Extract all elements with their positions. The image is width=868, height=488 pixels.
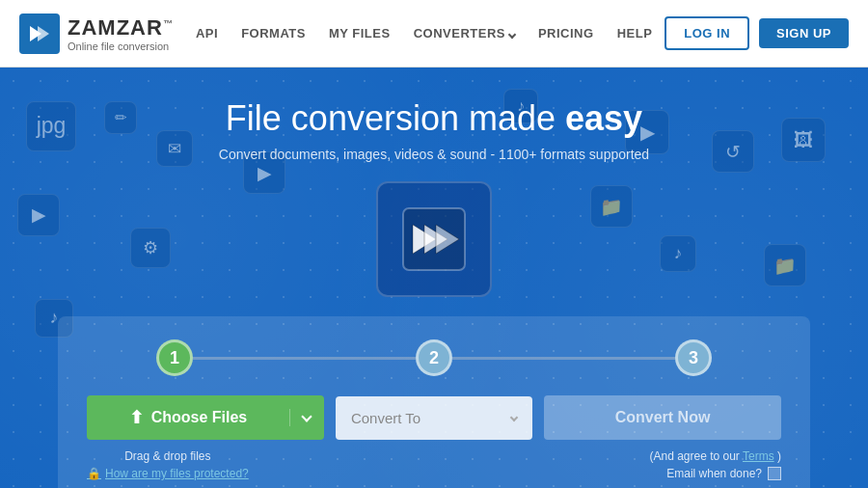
step-2: 2 xyxy=(416,339,452,376)
form-controls: ⬆ Choose Files Convert To Convert Now xyxy=(87,395,781,440)
convert-to-chevron-icon xyxy=(510,414,518,421)
lock-icon: 🔒 xyxy=(87,467,101,480)
nav-converters[interactable]: CONVERTERS xyxy=(414,26,515,41)
step-3: 3 xyxy=(675,339,712,376)
step-connector-2-3 xyxy=(452,357,675,360)
signup-button[interactable]: SIGN UP xyxy=(759,18,849,48)
steps-row: 1 2 3 xyxy=(87,339,781,376)
step-2-circle: 2 xyxy=(416,339,452,376)
form-info-left: Drag & drop files 🔒 How are my files pro… xyxy=(87,449,249,480)
nav-api[interactable]: API xyxy=(196,26,218,41)
zamzar-logo-icon xyxy=(19,14,60,54)
step-connector-1-2 xyxy=(193,357,416,360)
form-info: Drag & drop files 🔒 How are my files pro… xyxy=(87,449,781,480)
convert-to-select[interactable]: Convert To xyxy=(336,396,532,440)
logo-name: ZAMZAR™ xyxy=(68,15,174,41)
chevron-down-icon xyxy=(302,411,312,421)
nav-formats[interactable]: FORMATS xyxy=(241,26,306,41)
step-1-circle: 1 xyxy=(156,339,193,376)
form-info-right: (And agree to our Terms ) Email when don… xyxy=(649,449,781,480)
main-nav: API FORMATS MY FILES CONVERTERS PRICING … xyxy=(183,26,665,41)
email-when-done-label: Email when done? xyxy=(666,467,762,480)
email-checkbox-row: Email when done? xyxy=(666,467,781,480)
logo-area: ZAMZAR™ Online file conversion xyxy=(19,14,183,54)
choose-files-label: Choose Files xyxy=(151,409,248,426)
step-1: 1 xyxy=(156,339,193,376)
email-checkbox[interactable] xyxy=(768,467,781,480)
svg-marker-1 xyxy=(38,26,49,41)
hero-title: File conversion made easy xyxy=(0,98,868,139)
header-buttons: LOG IN SIGN UP xyxy=(665,16,849,50)
convert-to-label: Convert To xyxy=(351,410,420,426)
steps-container: 1 2 3 xyxy=(156,339,712,376)
center-logo xyxy=(376,181,492,297)
choose-files-main[interactable]: ⬆ Choose Files xyxy=(87,407,289,428)
logo-subtitle: Online file conversion xyxy=(68,41,174,52)
login-button[interactable]: LOG IN xyxy=(665,16,749,50)
header: ZAMZAR™ Online file conversion API FORMA… xyxy=(0,0,868,68)
drag-drop-text: Drag & drop files xyxy=(87,449,249,463)
terms-link[interactable]: Terms xyxy=(743,449,774,463)
choose-files-button[interactable]: ⬆ Choose Files xyxy=(87,395,324,440)
nav-my-files[interactable]: MY FILES xyxy=(329,26,391,41)
step-3-circle: 3 xyxy=(675,339,712,376)
nav-help[interactable]: HELP xyxy=(617,26,653,41)
converters-chevron-icon xyxy=(509,26,515,41)
terms-text: (And agree to our Terms ) xyxy=(649,449,781,463)
choose-files-dropdown[interactable] xyxy=(289,409,324,426)
hero-section: File conversion made easy Convert docume… xyxy=(0,68,868,297)
conversion-form: 1 2 3 xyxy=(58,316,810,488)
hero-subtitle: Convert documents, images, videos & soun… xyxy=(0,147,868,162)
upload-icon: ⬆ xyxy=(129,407,144,428)
main-area: jpg▶♪✉⚙▶♪▶📁↺♪🖼📁✏ File conversion made ea… xyxy=(0,68,868,488)
file-protection-link[interactable]: 🔒 How are my files protected? xyxy=(87,467,249,480)
logo-text: ZAMZAR™ Online file conversion xyxy=(68,15,174,52)
nav-pricing[interactable]: PRICING xyxy=(538,26,594,41)
convert-now-button[interactable]: Convert Now xyxy=(544,395,781,440)
